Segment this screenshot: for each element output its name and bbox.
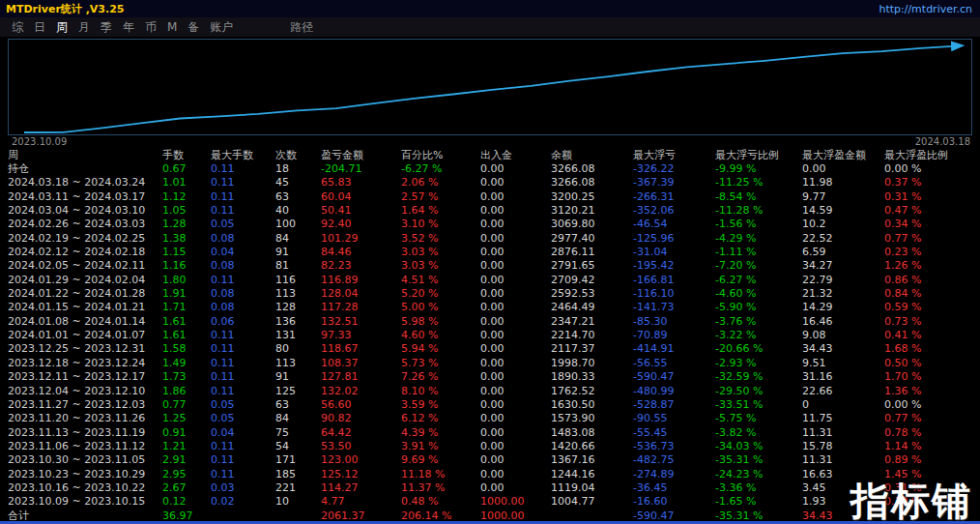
table-cell: 2023.11.20 ~ 2023.11.26 xyxy=(8,412,162,424)
table-cell: 合计 xyxy=(8,509,162,522)
menu-item-季[interactable]: 季 xyxy=(101,19,112,36)
table-cell: -34.03 % xyxy=(715,440,802,452)
table-cell: 11.31 xyxy=(802,453,884,466)
table-cell: 2.91 xyxy=(162,453,211,466)
table-cell: 1630.50 xyxy=(551,398,633,411)
table-cell: 0.77 xyxy=(162,398,211,411)
menu-item-path[interactable]: 路径 xyxy=(290,19,313,36)
table-cell: 2023.10.23 ~ 2023.10.29 xyxy=(8,468,162,480)
table-cell: 63 xyxy=(275,190,321,203)
table-cell: 1.49 xyxy=(162,357,211,369)
table-cell: 0.11 xyxy=(211,468,275,480)
table-cell: 116 xyxy=(275,274,321,286)
table-row: 2024.03.04 ~ 2024.03.101.050.114050.411.… xyxy=(8,203,980,217)
table-cell: 3266.08 xyxy=(551,176,633,189)
table-cell: -11.25 % xyxy=(715,176,802,189)
table-row: 2023.10.09 ~ 2023.10.150.120.02104.770.4… xyxy=(8,495,980,509)
table-cell: 116.89 xyxy=(321,274,401,286)
table-cell: 0.00 xyxy=(480,176,551,189)
table-cell: 0.00 xyxy=(480,190,551,203)
table-cell: -367.39 xyxy=(633,176,715,189)
table-row: 2023.12.04 ~ 2023.12.101.860.11125132.02… xyxy=(8,384,980,397)
table-row: 2024.01.22 ~ 2024.01.281.910.08113128.04… xyxy=(8,286,980,300)
menu-item-周[interactable]: 周 xyxy=(56,19,68,36)
table-cell: 128 xyxy=(275,301,321,313)
table-cell: 0.89 % xyxy=(884,453,980,466)
menu-item-币[interactable]: 币 xyxy=(145,19,157,36)
table-row: 2024.02.12 ~ 2024.02.181.150.049184.463.… xyxy=(8,245,980,258)
table-row: 2023.10.16 ~ 2023.10.222.670.03221114.27… xyxy=(8,480,980,494)
table-cell: 2464.49 xyxy=(551,301,633,313)
table-cell: 0.00 % xyxy=(884,398,980,411)
table-cell: 1.64 % xyxy=(401,204,480,217)
table-cell: 1.80 xyxy=(162,274,211,286)
menu-item-账户[interactable]: 账户 xyxy=(210,19,233,36)
table-cell: 2024.03.11 ~ 2024.03.17 xyxy=(8,190,162,203)
table-cell: -8.54 % xyxy=(715,190,802,203)
table-cell: 1.25 xyxy=(162,412,211,424)
chart-axis-labels: 2023.10.09 2024.03.18 xyxy=(0,135,980,148)
table-cell: 0 xyxy=(802,398,884,411)
table-cell: -90.55 xyxy=(633,412,715,424)
table-cell: 53.50 xyxy=(321,440,401,452)
table-cell: 56.60 xyxy=(321,398,401,411)
table-cell: 113 xyxy=(275,357,321,369)
table-row: 2024.03.18 ~ 2024.03.241.010.114565.832.… xyxy=(8,176,980,189)
table-cell: 1.68 % xyxy=(884,342,980,355)
table-cell: 80 xyxy=(275,342,321,355)
menu-item-年[interactable]: 年 xyxy=(123,19,134,36)
table-cell: 60.04 xyxy=(321,190,401,203)
chart-end-date: 2024.03.18 xyxy=(915,136,970,147)
table-cell: 2023.12.25 ~ 2023.12.31 xyxy=(8,342,162,355)
table-cell: 0.00 xyxy=(480,246,551,258)
table-cell: -116.10 xyxy=(633,287,715,300)
table-cell: 1.12 xyxy=(162,190,211,203)
table-cell: 221 xyxy=(275,481,321,494)
menu-item-M[interactable]: M xyxy=(167,20,177,34)
table-cell: 0.31 % xyxy=(884,190,980,203)
table-cell: 108.37 xyxy=(321,357,401,369)
table-cell: 1000.00 xyxy=(480,509,551,522)
table-cell: 5.20 % xyxy=(401,287,480,300)
table-cell: 132.02 xyxy=(321,385,401,397)
table-cell: 0.11 xyxy=(211,329,275,341)
menu-items: 综日周月季年币M备账户 xyxy=(12,19,244,36)
menu-item-日[interactable]: 日 xyxy=(34,19,45,36)
table-cell: 0.04 xyxy=(211,246,275,258)
table-row: 2024.02.19 ~ 2024.02.251.380.0884101.293… xyxy=(8,231,980,245)
column-header: 最大浮亏比例 xyxy=(715,149,802,161)
table-cell: 1573.90 xyxy=(551,412,633,424)
table-cell: 1119.04 xyxy=(551,481,633,494)
table-cell: 3120.21 xyxy=(551,204,633,217)
table-cell: -32.59 % xyxy=(715,370,802,383)
table-cell: 0.00 xyxy=(480,385,551,397)
table-cell: 1.14 % xyxy=(884,440,980,452)
table-cell: 2024.02.05 ~ 2024.02.11 xyxy=(8,259,162,272)
chart-start-date: 2023.10.09 xyxy=(12,136,67,147)
menu-item-月[interactable]: 月 xyxy=(78,19,90,36)
table-cell: 0.11 xyxy=(211,357,275,369)
table-cell: 0.11 xyxy=(211,162,275,175)
table-cell: -414.91 xyxy=(633,342,715,355)
menu-item-综[interactable]: 综 xyxy=(12,19,23,36)
table-cell: -85.30 xyxy=(633,315,715,328)
table-cell: 82.23 xyxy=(321,259,401,272)
table-cell: 3069.80 xyxy=(551,218,633,230)
app-url-link[interactable]: http://mtdriver.cn xyxy=(879,3,972,15)
table-cell: 1.91 xyxy=(162,287,211,300)
table-cell: 2024.01.22 ~ 2024.01.28 xyxy=(8,287,162,300)
table-cell: -36.45 xyxy=(633,481,715,494)
table-cell: 0.23 % xyxy=(884,246,980,258)
app-title: MTDriver统计 ,V3.25 xyxy=(6,2,125,16)
table-cell: -352.06 xyxy=(633,204,715,217)
table-cell: 2977.40 xyxy=(551,232,633,245)
menu-item-备[interactable]: 备 xyxy=(187,19,199,36)
table-row: 2024.03.11 ~ 2024.03.171.120.116360.042.… xyxy=(8,189,980,203)
table-cell: -16.60 xyxy=(633,495,715,508)
table-cell: 84 xyxy=(275,232,321,245)
table-cell: 3.91 % xyxy=(401,440,480,452)
table-cell: 2117.37 xyxy=(551,342,633,355)
table-cell: 0.00 xyxy=(480,357,551,369)
table-cell: 84.46 xyxy=(321,246,401,258)
table-cell: -56.55 xyxy=(633,357,715,369)
